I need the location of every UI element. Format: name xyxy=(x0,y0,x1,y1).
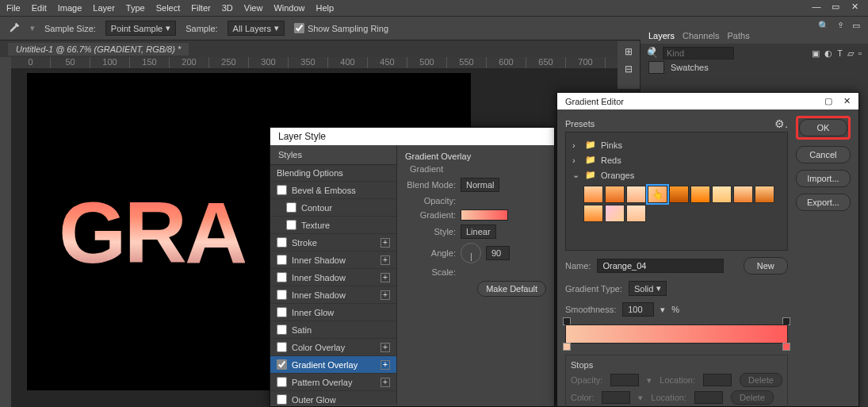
effect-checkbox[interactable] xyxy=(277,307,287,317)
stop-color-input[interactable] xyxy=(602,391,630,404)
effect-checkbox[interactable] xyxy=(277,237,287,248)
add-icon[interactable]: + xyxy=(380,238,390,248)
maximize-icon[interactable]: ▭ xyxy=(830,2,841,12)
filter-image-icon[interactable]: ▣ xyxy=(812,48,820,59)
show-sampling-ring-checkbox[interactable]: Show Sampling Ring xyxy=(294,23,388,33)
menu-window[interactable]: Window xyxy=(273,3,304,13)
filter-smart-icon[interactable]: ▫ xyxy=(858,48,862,59)
filter-type-icon[interactable]: T xyxy=(837,48,843,59)
menu-help[interactable]: Help xyxy=(316,3,335,13)
add-icon[interactable]: + xyxy=(380,255,390,265)
effect-checkbox[interactable] xyxy=(277,377,287,387)
gradient-swatch[interactable] xyxy=(626,186,646,203)
gradient-swatch[interactable] xyxy=(712,186,732,203)
menu-image[interactable]: Image xyxy=(58,3,82,13)
ok-button[interactable]: OK xyxy=(799,119,847,136)
stop-location-input[interactable] xyxy=(694,391,723,404)
sample-size-select[interactable]: Point Sample ▾ xyxy=(105,21,176,36)
angle-value[interactable]: 90 xyxy=(486,246,510,260)
menu-layer[interactable]: Layer xyxy=(93,3,115,13)
gradient-swatch[interactable] xyxy=(626,205,646,222)
effect-checkbox[interactable] xyxy=(286,220,296,230)
close-icon[interactable]: ✕ xyxy=(849,2,860,12)
delete-button[interactable]: Delete xyxy=(740,373,782,387)
color-stop-left[interactable] xyxy=(563,343,571,351)
effect-checkbox[interactable] xyxy=(277,290,287,300)
angle-control[interactable] xyxy=(461,243,481,263)
filter-shape-icon[interactable]: ▱ xyxy=(847,48,854,59)
gradient-preview[interactable] xyxy=(461,209,508,221)
effect-texture[interactable]: Texture xyxy=(270,217,396,234)
name-input[interactable] xyxy=(597,259,724,273)
add-icon[interactable]: + xyxy=(380,343,390,352)
add-icon[interactable]: + xyxy=(380,378,390,387)
import-button[interactable]: Import... xyxy=(796,170,851,187)
export-button[interactable]: Export... xyxy=(796,194,851,211)
add-icon[interactable]: + xyxy=(380,360,390,370)
add-icon[interactable]: + xyxy=(380,290,390,300)
effect-checkbox[interactable] xyxy=(277,272,287,282)
effect-inner-shadow[interactable]: Inner Shadow+ xyxy=(270,251,396,269)
eyedropper-icon[interactable] xyxy=(6,21,21,36)
effect-outer-glow[interactable]: Outer Glow xyxy=(270,391,396,405)
folder-reds[interactable]: ›📁Reds xyxy=(571,152,782,167)
effect-inner-glow[interactable]: Inner Glow xyxy=(270,304,396,321)
panel-icon[interactable]: ⊟ xyxy=(625,63,633,75)
delete-button[interactable]: Delete xyxy=(731,390,774,405)
effect-contour[interactable]: Contour xyxy=(270,199,396,217)
panel-icon[interactable]: ⊞ xyxy=(625,46,633,57)
filter-adjust-icon[interactable]: ◐ xyxy=(824,48,832,59)
smoothness-value[interactable]: 100 xyxy=(622,302,654,317)
gradient-swatch[interactable] xyxy=(669,186,689,203)
tab-paths[interactable]: Paths xyxy=(728,31,750,40)
tab-channels[interactable]: Channels xyxy=(683,31,719,40)
gradient-type-select[interactable]: Solid ▾ xyxy=(629,281,667,296)
sample-select[interactable]: All Layers ▾ xyxy=(228,21,285,36)
menu-edit[interactable]: Edit xyxy=(32,3,47,13)
gradient-editor-title-bar[interactable]: Gradient Editor ▢ ✕ xyxy=(557,93,858,109)
menu-type[interactable]: Type xyxy=(126,3,145,13)
blending-options[interactable]: Blending Options xyxy=(270,165,396,182)
effect-inner-shadow[interactable]: Inner Shadow+ xyxy=(270,286,396,304)
gear-icon[interactable]: ⚙. xyxy=(774,117,788,130)
effect-stroke[interactable]: Stroke+ xyxy=(270,234,396,251)
effect-pattern-overlay[interactable]: Pattern Overlay+ xyxy=(270,374,396,391)
stop-location-input[interactable] xyxy=(703,374,732,386)
make-default-button[interactable]: Make Default xyxy=(477,281,546,297)
add-icon[interactable]: + xyxy=(380,273,390,282)
maximize-icon[interactable]: ▢ xyxy=(824,96,832,106)
effect-checkbox[interactable] xyxy=(277,342,287,352)
layer-style-title[interactable]: Layer Style xyxy=(270,128,554,145)
color-stop-right[interactable] xyxy=(782,343,790,351)
style-select[interactable]: Linear xyxy=(461,225,496,239)
gradient-swatch[interactable] xyxy=(690,186,710,203)
menu-3d[interactable]: 3D xyxy=(222,3,233,13)
gradient-swatch[interactable]: 👆 xyxy=(648,186,667,203)
gradient-bar[interactable] xyxy=(565,324,788,344)
gradient-swatch[interactable] xyxy=(583,205,603,222)
effect-color-overlay[interactable]: Color Overlay+ xyxy=(270,339,396,356)
filter-input[interactable] xyxy=(663,47,734,60)
effect-checkbox[interactable] xyxy=(277,185,287,195)
filter-icon[interactable]: 🔍 xyxy=(647,48,658,59)
effect-checkbox[interactable] xyxy=(277,324,287,335)
folder-pinks[interactable]: ›📁Pinks xyxy=(571,137,782,152)
document-tab[interactable]: Untitled-1 @ 66.7% (GRADIENT, RGB/8) * xyxy=(8,43,189,56)
menu-file[interactable]: File xyxy=(6,3,21,13)
new-button[interactable]: New xyxy=(744,257,788,275)
minimize-icon[interactable]: — xyxy=(811,2,822,12)
effect-bevel-emboss[interactable]: Bevel & Emboss xyxy=(270,182,396,199)
gradient-swatch[interactable] xyxy=(605,186,625,203)
effect-checkbox[interactable] xyxy=(277,255,287,265)
cancel-button[interactable]: Cancel xyxy=(796,146,851,163)
effect-checkbox[interactable] xyxy=(277,394,287,405)
effect-checkbox[interactable] xyxy=(277,359,287,370)
gradient-swatch[interactable] xyxy=(755,186,774,203)
gradient-swatch[interactable] xyxy=(733,186,753,203)
menu-select[interactable]: Select xyxy=(156,3,181,13)
menu-filter[interactable]: Filter xyxy=(191,3,210,13)
blend-mode-select[interactable]: Normal xyxy=(461,178,499,192)
gradient-swatch[interactable] xyxy=(583,186,603,203)
gradient-swatch[interactable] xyxy=(605,205,625,222)
menu-view[interactable]: View xyxy=(244,3,263,13)
